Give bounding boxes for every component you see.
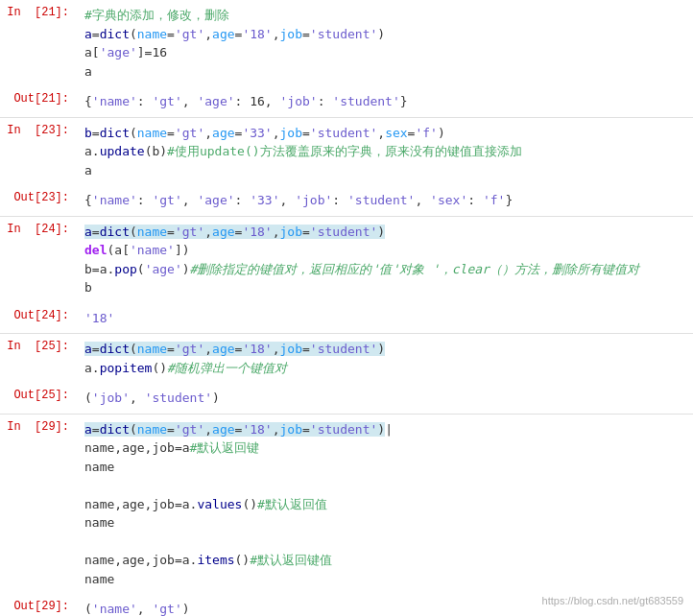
code-line: name bbox=[84, 515, 114, 530]
cell-24-out-label: Out[24]: bbox=[0, 303, 77, 334]
cell-29-in-label: In [29]: bbox=[0, 415, 77, 595]
cell-25-input: In [25]: a=dict(name='gt',age='18',job='… bbox=[0, 334, 693, 383]
cell-21-result: {'name': 'gt', 'age': 16, 'job': 'studen… bbox=[77, 86, 693, 117]
code-line: a bbox=[84, 163, 92, 178]
cell-23-in-label: In [23]: bbox=[0, 118, 77, 186]
cell-21-out-label: Out[21]: bbox=[0, 86, 77, 117]
code-line: a=dict(name='gt',age='18',job='student') bbox=[84, 27, 385, 41]
cell-21-code[interactable]: #字典的添加，修改，删除 a=dict(name='gt',age='18',j… bbox=[77, 0, 693, 86]
code-line: name,age,job=a.values()#默认返回值 bbox=[84, 497, 327, 511]
cell-21-input: In [21]: #字典的添加，修改，删除 a=dict(name='gt',a… bbox=[0, 0, 693, 86]
cell-24-in-label: In [24]: bbox=[0, 217, 77, 303]
cell-23: In [23]: b=dict(name='gt',age='33',job='… bbox=[0, 118, 693, 217]
cell-23-code[interactable]: b=dict(name='gt',age='33',job='student',… bbox=[77, 118, 693, 186]
code-line: a.update(b)#使用update()方法覆盖原来的字典，原来没有的键值直… bbox=[84, 144, 522, 158]
cell-24: In [24]: a=dict(name='gt',age='18',job='… bbox=[0, 217, 693, 335]
cell-25-result: ('job', 'student') bbox=[77, 383, 693, 414]
code-line: b bbox=[84, 280, 92, 295]
code-line: a=dict(name='gt',age='18',job='student') bbox=[84, 342, 385, 356]
code-line: name,age,job=a.items()#默认返回键值 bbox=[84, 553, 332, 567]
cell-23-result: {'name': 'gt', 'age': '33', 'job': 'stud… bbox=[77, 185, 693, 216]
cell-23-output: Out[23]: {'name': 'gt', 'age': '33', 'jo… bbox=[0, 185, 693, 216]
cell-29-input: In [29]: a=dict(name='gt',age='18',job='… bbox=[0, 415, 693, 595]
code-line: a['age']=16 bbox=[84, 45, 167, 59]
cell-25-out-label: Out[25]: bbox=[0, 383, 77, 414]
cell-21: In [21]: #字典的添加，修改，删除 a=dict(name='gt',a… bbox=[0, 0, 693, 118]
code-line: b=dict(name='gt',age='33',job='student',… bbox=[84, 126, 445, 140]
cell-25-in-label: In [25]: bbox=[0, 334, 77, 383]
blank-line bbox=[84, 478, 92, 492]
code-line: name,age,job=a#默认返回键 bbox=[84, 440, 259, 455]
cell-23-input: In [23]: b=dict(name='gt',age='33',job='… bbox=[0, 118, 693, 186]
code-line: a=dict(name='gt',age='18',job='student') bbox=[84, 225, 385, 239]
cell-24-code[interactable]: a=dict(name='gt',age='18',job='student')… bbox=[77, 217, 693, 303]
cell-21-in-label: In [21]: bbox=[0, 0, 77, 86]
cell-25: In [25]: a=dict(name='gt',age='18',job='… bbox=[0, 334, 693, 415]
cell-25-code[interactable]: a=dict(name='gt',age='18',job='student')… bbox=[77, 334, 693, 383]
notebook: In [21]: #字典的添加，修改，删除 a=dict(name='gt',a… bbox=[0, 0, 693, 616]
blank-line bbox=[84, 534, 92, 549]
comment: #字典的添加，修改，删除 bbox=[84, 8, 229, 22]
cell-29-out-label: Out[29]: bbox=[0, 594, 77, 616]
cell-23-out-label: Out[23]: bbox=[0, 185, 77, 216]
cell-21-output: Out[21]: {'name': 'gt', 'age': 16, 'job'… bbox=[0, 86, 693, 117]
cell-24-output: Out[24]: '18' bbox=[0, 303, 693, 334]
code-line: a.popitem()#随机弹出一个键值对 bbox=[84, 361, 287, 375]
cell-24-result: '18' bbox=[77, 303, 693, 334]
cell-25-output: Out[25]: ('job', 'student') bbox=[0, 383, 693, 414]
code-line: del(a['name']) bbox=[84, 243, 190, 257]
cell-29: In [29]: a=dict(name='gt',age='18',job='… bbox=[0, 415, 693, 617]
code-line: b=a.pop('age')#删除指定的键值对，返回相应的'值'对象 '，cle… bbox=[84, 262, 639, 276]
code-line: name bbox=[84, 572, 114, 586]
code-line: a=dict(name='gt',age='18',job='student')… bbox=[84, 422, 393, 437]
code-line: name bbox=[84, 460, 114, 474]
code-line: a bbox=[84, 64, 92, 79]
cell-24-input: In [24]: a=dict(name='gt',age='18',job='… bbox=[0, 217, 693, 303]
cell-29-code[interactable]: a=dict(name='gt',age='18',job='student')… bbox=[77, 415, 693, 595]
watermark: https://blog.csdn.net/gt683559 bbox=[542, 595, 683, 606]
